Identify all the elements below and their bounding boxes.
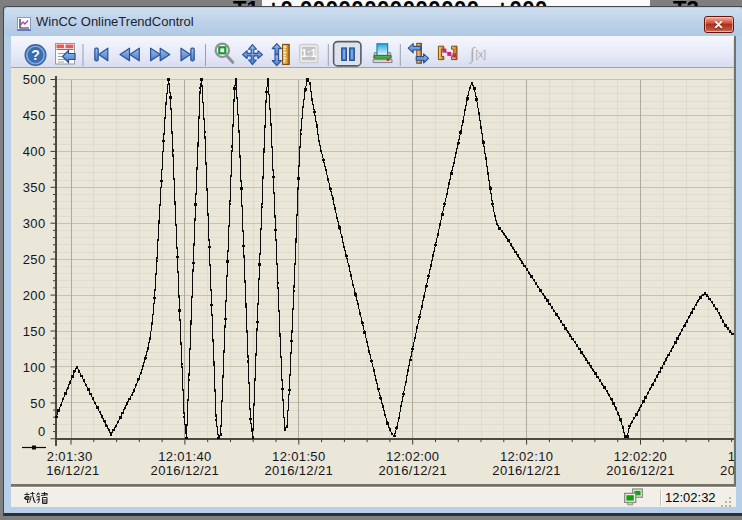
svg-text:2016/12/21: 2016/12/21 (492, 463, 561, 478)
svg-text:12:01:40: 12:01:40 (158, 449, 211, 464)
svg-text:1:1: 1:1 (301, 47, 316, 59)
svg-text:300: 300 (23, 216, 46, 231)
svg-text:2016/12/21: 2016/12/21 (606, 463, 675, 478)
svg-text:150: 150 (23, 324, 46, 339)
svg-text:2016/12/21: 2016/12/21 (151, 463, 220, 478)
svg-text:0: 0 (38, 424, 46, 439)
svg-text:?: ? (31, 47, 40, 63)
svg-text:16/12/21: 16/12/21 (46, 463, 99, 478)
svg-text:2016/12/21: 2016/12/21 (265, 463, 334, 478)
svg-text:250: 250 (23, 252, 46, 267)
svg-text:12:02:00: 12:02:00 (386, 449, 439, 464)
svg-text:200: 200 (23, 288, 46, 303)
svg-text:350: 350 (23, 180, 46, 195)
svg-text:2016/12/21: 2016/12/21 (378, 463, 447, 478)
svg-text:400: 400 (23, 144, 46, 159)
svg-text:12:02:10: 12:02:10 (500, 449, 553, 464)
svg-text:2016/12/21: 2016/12/21 (720, 463, 733, 478)
svg-text:500: 500 (23, 72, 46, 87)
svg-text:[x]: [x] (476, 49, 487, 60)
svg-text:100: 100 (23, 360, 46, 375)
svg-text:12:01:50: 12:01:50 (272, 449, 325, 464)
svg-text:50: 50 (30, 396, 45, 411)
svg-text:450: 450 (23, 108, 46, 123)
svg-text:12:02:20: 12:02:20 (614, 449, 667, 464)
svg-text:2:01:30: 2:01:30 (47, 449, 93, 464)
